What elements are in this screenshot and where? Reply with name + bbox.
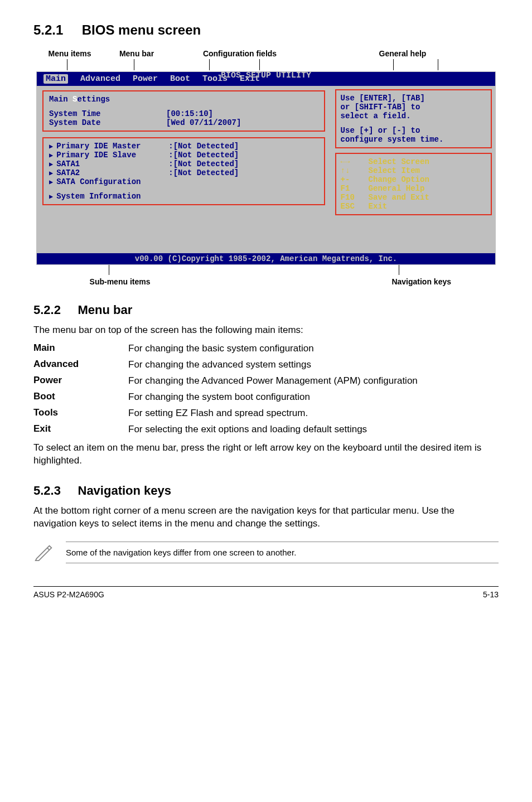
def-power: Power	[33, 375, 128, 388]
system-time-value: [00:15:10]	[166, 109, 213, 118]
menubar-intro: The menu bar on top of the screen has th…	[33, 324, 499, 337]
ide-master-value: :[Not Detected]	[168, 142, 239, 151]
nav-keys-box: ←→Select Screen ↑↓Select Item +-Change O…	[335, 153, 492, 215]
def-boot: Boot	[33, 391, 128, 404]
footer-product: ASUS P2-M2A690G	[33, 590, 104, 599]
ide-slave-value: :[Not Detected]	[168, 151, 239, 160]
bios-left-pane: Main Settings System Time [00:15:10] Sys…	[37, 86, 331, 253]
top-ticks	[36, 59, 496, 71]
nav-desc-change-option: Change Option	[369, 175, 429, 184]
top-annotation-row: Menu items Menu bar Configuration fields…	[33, 49, 499, 58]
system-date-value: [Wed 07/11/2007]	[166, 118, 241, 127]
nav-key-f10: F10	[341, 193, 364, 202]
row-system-time[interactable]: System Time [00:15:10]	[49, 109, 318, 118]
label-submenu-items: Sub-menu items	[36, 277, 204, 286]
def-advanced-desc: For changing the advanced system setting…	[128, 359, 499, 371]
system-date-label: System Date	[49, 118, 166, 127]
chevron-right-icon: ▶	[49, 160, 53, 168]
heading-num: 5.2.3	[33, 484, 61, 497]
label-config-fields: Configuration fields	[170, 49, 309, 58]
heading-title: Navigation keys	[78, 484, 172, 497]
def-tools-desc: For setting EZ Flash and spread spectrum…	[128, 407, 499, 420]
def-advanced: Advanced	[33, 359, 128, 371]
def-tools: Tools	[33, 407, 128, 420]
chevron-right-icon: ▶	[49, 151, 53, 160]
label-navigation-keys: Navigation keys	[204, 277, 496, 286]
nav-key-f1: F1	[341, 184, 364, 193]
item-system-info[interactable]: ▶ System Information	[49, 192, 318, 201]
bottom-annotation-row: Sub-menu items Navigation keys	[36, 277, 496, 286]
heading-title: Menu bar	[78, 303, 133, 317]
heading-num: 5.2.1	[33, 22, 63, 37]
heading-title: BIOS menu screen	[82, 22, 201, 37]
help-l4: Use [+] or [-] to	[341, 126, 486, 135]
def-power-desc: For changing the Advanced Power Manageme…	[128, 375, 499, 388]
heading-522: 5.2.2 Menu bar	[33, 303, 499, 317]
system-time-label: System Time	[49, 109, 166, 118]
item-primary-ide-master[interactable]: ▶ Primary IDE Master :[Not Detected]	[49, 142, 318, 151]
item-primary-ide-slave[interactable]: ▶ Primary IDE Slave :[Not Detected]	[49, 151, 318, 160]
chevron-right-icon: ▶	[49, 192, 53, 201]
heading-523: 5.2.3 Navigation keys	[33, 484, 499, 498]
note-text: Some of the navigation keys differ from …	[66, 542, 499, 563]
help-l3: select a field.	[341, 112, 486, 120]
sata1-label: SATA1	[56, 160, 165, 168]
nav-key-lr: ←→	[341, 157, 364, 166]
bottom-ticks	[36, 265, 496, 276]
page-footer: ASUS P2-M2A690G 5-13	[33, 586, 499, 599]
bios-body: Main Settings System Time [00:15:10] Sys…	[37, 86, 495, 253]
menubar-outro: To select an item on the menu bar, press…	[33, 442, 499, 467]
nav-key-pm: +-	[341, 175, 364, 184]
nav-desc-exit: Exit	[369, 202, 388, 211]
device-list-box: ▶ Primary IDE Master :[Not Detected] ▶ P…	[42, 137, 325, 205]
nav-desc-save-exit: Save and Exit	[369, 193, 429, 202]
chevron-right-icon: ▶	[49, 169, 53, 177]
nav-desc-select-screen: Select Screen	[369, 157, 429, 166]
def-exit: Exit	[33, 423, 128, 436]
nav-key-ud: ↑↓	[341, 166, 364, 175]
nav-desc-select-item: Select Item	[369, 166, 420, 175]
bios-right-pane: Use [ENTER], [TAB] or [SHIFT-TAB] to sel…	[331, 86, 495, 253]
sata2-value: :[Not Detected]	[168, 168, 239, 177]
def-boot-desc: For changing the system boot configurati…	[128, 391, 499, 404]
item-sata1[interactable]: ▶ SATA1 :[Not Detected]	[49, 160, 318, 168]
footer-page: 5-13	[483, 590, 499, 599]
row-system-date[interactable]: System Date [Wed 07/11/2007]	[49, 118, 318, 127]
main-settings-box: Main Settings System Time [00:15:10] Sys…	[42, 90, 325, 132]
def-main: Main	[33, 342, 128, 355]
bios-window: BIOS SETUP UTILITY Main Advanced Power B…	[36, 71, 496, 265]
sata-config-label: SATA Configuration	[56, 177, 141, 186]
bios-menubar: BIOS SETUP UTILITY Main Advanced Power B…	[37, 72, 495, 86]
bios-title: BIOS SETUP UTILITY	[37, 71, 495, 80]
heading-521: 5.2.1 BIOS menu screen	[33, 22, 499, 38]
menu-definitions: MainFor changing the basic system config…	[33, 342, 499, 436]
label-menu-bar: Menu bar	[103, 49, 170, 58]
help-box: Use [ENTER], [TAB] or [SHIFT-TAB] to sel…	[335, 89, 492, 148]
nav-desc-general-help: General Help	[369, 184, 425, 193]
main-settings-title: Main Settings	[49, 95, 318, 104]
help-l2: or [SHIFT-TAB] to	[341, 103, 486, 112]
def-exit-desc: For selecting the exit options and loadi…	[128, 423, 499, 436]
chevron-right-icon: ▶	[49, 142, 53, 151]
item-sata2[interactable]: ▶ SATA2 :[Not Detected]	[49, 168, 318, 177]
note-block: Some of the navigation keys differ from …	[33, 540, 499, 564]
chevron-right-icon: ▶	[49, 178, 53, 186]
ide-master-label: Primary IDE Master	[56, 142, 165, 151]
help-l5: configure system time.	[341, 135, 486, 144]
system-info-label: System Information	[56, 192, 141, 201]
sata1-value: :[Not Detected]	[168, 160, 239, 168]
bios-footer: v00.00 (C)Copyright 1985-2002, American …	[37, 253, 495, 264]
sata2-label: SATA2	[56, 168, 165, 177]
item-sata-config[interactable]: ▶ SATA Configuration	[49, 177, 318, 186]
def-main-desc: For changing the basic system configurat…	[128, 342, 499, 355]
nav-key-esc: ESC	[341, 202, 364, 211]
pencil-icon	[33, 540, 56, 564]
help-l1: Use [ENTER], [TAB]	[341, 94, 486, 103]
ide-slave-label: Primary IDE Slave	[56, 151, 165, 160]
label-menu-items: Menu items	[36, 49, 103, 58]
navkeys-body: At the bottom right corner of a menu scr…	[33, 505, 499, 530]
label-general-help: General help	[309, 49, 496, 58]
heading-num: 5.2.2	[33, 303, 61, 317]
